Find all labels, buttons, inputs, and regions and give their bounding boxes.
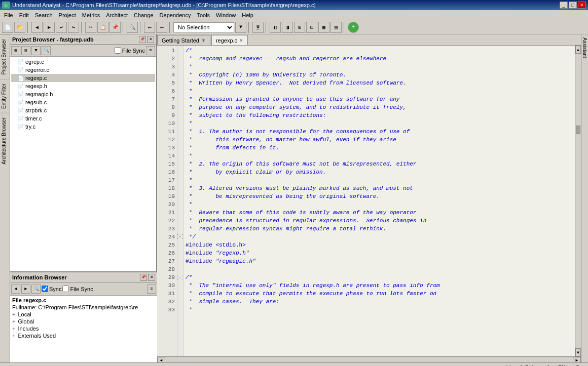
toolbar-btn2[interactable]: ◨: [282, 22, 293, 33]
toolbar-btn-u[interactable]: U: [252, 22, 264, 33]
info-local[interactable]: + Local: [12, 311, 155, 318]
pb-filesync-checkbox[interactable]: File Sync: [115, 47, 145, 54]
tree-item-try[interactable]: 📄 try.c: [11, 123, 155, 131]
ib-sync-checkbox[interactable]: Sync: [42, 286, 61, 292]
info-includes-text: Includes: [18, 326, 39, 332]
code-content[interactable]: /* * regcomp and regexec -- regsub and r…: [183, 46, 575, 356]
toolbar-paste[interactable]: 📌: [109, 22, 121, 33]
toolbar-undo[interactable]: ↩: [56, 22, 67, 33]
vtab-assistant[interactable]: Assistant: [581, 34, 588, 61]
menu-file[interactable]: File: [1, 11, 16, 19]
info-includes[interactable]: + Includes: [12, 325, 155, 332]
toolbar-btn4[interactable]: ⊟: [306, 22, 317, 33]
main-layout: Project Browser Entity Filter Architectu…: [0, 34, 588, 362]
pb-collapse-all[interactable]: ⊟: [21, 46, 30, 55]
ib-back[interactable]: ◀: [11, 284, 20, 294]
toolbar-redo[interactable]: ↪: [68, 22, 79, 33]
pb-filesync-input[interactable]: [115, 47, 121, 54]
tab-getting-started[interactable]: Getting Started ▼: [157, 35, 210, 45]
expand-icon: [12, 75, 17, 81]
tab-regexp[interactable]: regexp.c ✕: [211, 35, 248, 45]
code-line-21: * Beware that some of this code is subtl…: [186, 209, 573, 217]
ib-filesync-checkbox[interactable]: File Sync: [62, 286, 93, 292]
menu-edit[interactable]: Edit: [16, 11, 32, 19]
toolbar-btn6[interactable]: ▤: [330, 22, 342, 33]
tab-regexp-close[interactable]: ✕: [239, 38, 243, 43]
ib-pin-button[interactable]: 📌: [140, 274, 147, 281]
tree-item-strpbrk[interactable]: 📄 strpbrk.c: [11, 106, 155, 114]
menu-window[interactable]: Window: [213, 11, 239, 19]
scroll-right[interactable]: ▶: [573, 357, 581, 363]
info-externals-expand: +: [12, 333, 15, 339]
toolbar-forward[interactable]: ▶: [44, 22, 55, 33]
horizontal-scrollbar[interactable]: ◀ ▶: [157, 356, 581, 362]
pb-search[interactable]: 🔍: [42, 46, 51, 55]
toolbar-btn1[interactable]: ◧: [270, 22, 281, 33]
vtab-architecture-browser[interactable]: Architecture Browser: [0, 113, 10, 169]
info-global[interactable]: + Global: [12, 318, 155, 325]
code-line-29: /*: [186, 273, 573, 281]
menu-tools[interactable]: Tools: [194, 11, 213, 19]
minimize-button[interactable]: _: [560, 2, 568, 9]
tree-item-regsub[interactable]: 📄 regsub.c: [11, 98, 155, 106]
tree-item-regexp[interactable]: 📄 regexp.c: [11, 74, 155, 82]
menu-help[interactable]: Help: [239, 11, 256, 19]
no-selection-dropdown[interactable]: No Selection: [173, 22, 234, 32]
ib-menu[interactable]: ≡: [147, 284, 156, 294]
menubar: File Edit Search Project Metrics Archite…: [0, 10, 588, 20]
pb-expand-all[interactable]: ⊞: [11, 46, 20, 55]
vertical-scrollbar[interactable]: ▲ ▼: [575, 46, 581, 356]
fold-marker-24[interactable]: [-]: [177, 233, 183, 241]
code-line-23: * regular-expression syntax might requir…: [186, 225, 573, 233]
toolbar-dropdown-btn[interactable]: ▼: [235, 22, 246, 33]
scroll-down[interactable]: ▼: [575, 348, 581, 356]
menu-architect[interactable]: Architect: [103, 11, 131, 19]
pb-close-button[interactable]: ✕: [147, 36, 154, 43]
toolbar-btn5[interactable]: ▦: [318, 22, 329, 33]
scroll-left[interactable]: ◀: [157, 357, 165, 363]
ib-filesync-input[interactable]: [62, 286, 69, 292]
tab-getting-started-close[interactable]: ▼: [201, 38, 206, 43]
toolbar-btn3[interactable]: ⊞: [294, 22, 305, 33]
fold-marker-29[interactable]: [-]: [177, 273, 183, 281]
toolbar-nav-back[interactable]: ⟵: [144, 22, 155, 33]
tree-item-regmagic[interactable]: 📄 regmagic.h: [11, 90, 155, 98]
toolbar-back[interactable]: ◀: [31, 22, 43, 33]
tree-item-timer[interactable]: 📄 timer.c: [11, 114, 155, 123]
toolbar-find[interactable]: 🔍: [127, 22, 138, 33]
toolbar-new[interactable]: 📄: [2, 22, 13, 33]
vtab-entity-filter[interactable]: Entity Filter: [0, 79, 10, 113]
pb-menu[interactable]: ≡: [146, 46, 155, 55]
scroll-thumb[interactable]: [576, 126, 580, 134]
code-line-10: *: [186, 119, 573, 128]
pb-pin-button[interactable]: 📌: [139, 36, 146, 43]
menu-change[interactable]: Change: [131, 11, 157, 19]
vtab-project-browser[interactable]: Project Browser: [0, 34, 10, 79]
menu-search[interactable]: Search: [32, 11, 56, 19]
info-local-text: Local: [18, 311, 31, 317]
toolbar-open[interactable]: 📂: [14, 22, 25, 33]
tree-item-regexph[interactable]: 📄 regexp.h: [11, 82, 155, 90]
toolbar-cut[interactable]: ✂: [85, 22, 96, 33]
tree-item-regerror[interactable]: 📄 regerror.c: [11, 66, 155, 74]
info-externals[interactable]: + Externals Used: [12, 332, 155, 339]
menu-project[interactable]: Project: [56, 11, 79, 19]
file-icon: 📄: [17, 58, 24, 65]
maximize-button[interactable]: □: [569, 2, 577, 9]
ib-search[interactable]: 🔍: [31, 284, 41, 294]
ib-forward[interactable]: ▶: [21, 284, 30, 294]
scroll-up[interactable]: ▲: [575, 46, 581, 54]
project-tree[interactable]: 📄 egrep.c 📄 regerror.c 📄 regexp.c 📄: [10, 57, 156, 271]
menu-metrics[interactable]: Metrics: [79, 11, 103, 19]
pb-filter[interactable]: ▼: [31, 46, 41, 55]
close-button[interactable]: ✕: [578, 2, 586, 9]
toolbar-nav-forward[interactable]: ⟶: [156, 22, 167, 33]
ib-close-button[interactable]: ✕: [148, 274, 155, 281]
tree-item-egrep[interactable]: 📄 egrep.c: [11, 58, 155, 66]
toolbar-copy[interactable]: 📋: [97, 22, 108, 33]
menu-dependency[interactable]: Dependency: [157, 11, 194, 19]
code-editor: 12345678910 11121314151617181920 2122232…: [157, 46, 581, 356]
ib-sync-input[interactable]: [42, 286, 48, 292]
side-vtabs: Project Browser Entity Filter Architectu…: [0, 34, 10, 362]
toolbar-plus[interactable]: +: [348, 22, 359, 33]
